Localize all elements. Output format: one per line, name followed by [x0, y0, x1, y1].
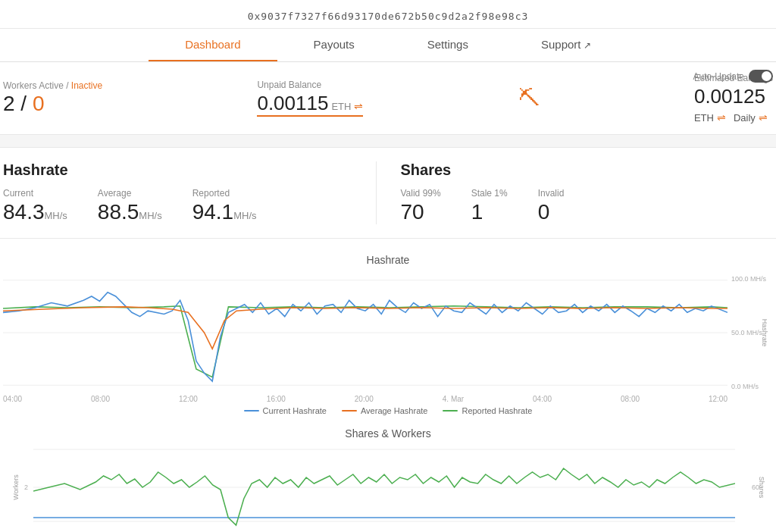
workers-inactive-count: 0	[33, 92, 45, 115]
currency-label: ETH	[694, 112, 714, 124]
x-label-6: 04:00	[533, 395, 552, 403]
shares-row: Valid 99% 70 Stale 1% 1 Invalid 0	[401, 188, 774, 224]
shares-stale-label: Stale 1%	[471, 188, 508, 199]
hashrate-reported-label: Reported	[192, 188, 257, 199]
metrics-section: Hashrate Current 84.3MH/s Average 88.5MH…	[0, 147, 776, 239]
shares-invalid-label: Invalid	[538, 188, 565, 199]
nav-settings[interactable]: Settings	[391, 29, 505, 61]
auto-update-control: Auto-Update	[693, 70, 773, 83]
x-label-5: 4. Mar	[443, 395, 464, 403]
x-label-2: 12:00	[179, 395, 198, 403]
workers-inactive-label: Inactive	[71, 80, 102, 91]
shares-invalid-value: 0	[538, 200, 565, 224]
current-legend-dot	[244, 410, 259, 412]
shares-valid-label: Valid 99%	[401, 188, 441, 199]
legend-current: Current Hashrate	[244, 406, 327, 415]
x-label-0: 04:00	[3, 395, 22, 403]
workers-separator: /	[15, 92, 33, 115]
currency-arrows-icon: ⇌	[717, 111, 726, 124]
legend-reported: Reported Hashrate	[443, 406, 532, 415]
legend-average-label: Average Hashrate	[361, 406, 427, 415]
hashrate-current-label: Current	[3, 188, 67, 199]
hashrate-reported-value: 94.1MH/s	[192, 200, 257, 224]
charts-section: Hashrate 100.0 MH/s	[0, 239, 776, 532]
hashrate-title: Hashrate	[3, 161, 376, 179]
x-label-1: 08:00	[91, 395, 110, 403]
y-axis-min: 0.0 MH/s	[731, 383, 773, 390]
unpaid-unit: ETH	[331, 101, 351, 112]
workers-y-value: 2	[24, 483, 28, 491]
auto-update-toggle[interactable]	[749, 70, 773, 83]
reported-legend-dot	[443, 410, 458, 412]
workers-active-label: Active	[39, 80, 64, 91]
header: 0x9037f7327f66d93170de672b50c9d2a2f98e98…	[0, 0, 776, 62]
workers-value: 2 / 0	[3, 92, 102, 116]
shares-y-label: Shares	[759, 477, 766, 499]
hashrate-current-value: 84.3MH/s	[3, 200, 67, 224]
hashrate-average: Average 88.5MH/s	[98, 188, 162, 224]
shares-y-value: 60	[752, 483, 759, 491]
shares-title: Shares	[401, 161, 774, 179]
shares-stale-value: 1	[471, 200, 508, 224]
legend-current-label: Current Hashrate	[263, 406, 327, 415]
estimated-controls: ETH ⇌ Daily ⇌	[694, 111, 773, 124]
legend-reported-label: Reported Hashrate	[462, 406, 532, 415]
estimated-value: 0.00125	[694, 85, 773, 108]
shares-invalid: Invalid 0	[538, 188, 565, 224]
hashrate-chart-title: Hashrate	[3, 254, 773, 266]
hashrate-average-value: 88.5MH/s	[98, 200, 162, 224]
main-nav: Dashboard Payouts Settings Support	[0, 28, 776, 61]
shares-valid-value: 70	[401, 200, 441, 224]
shares-chart-title: Shares & Workers	[3, 427, 773, 440]
eth-icon: ⇌	[354, 100, 363, 112]
legend-average: Average Hashrate	[342, 406, 427, 415]
workers-active-count: 2	[3, 92, 15, 115]
period-label: Daily	[734, 112, 756, 124]
workers-block: Workers Active / Inactive 2 / 0	[3, 80, 102, 116]
shares-svg	[33, 446, 735, 529]
hashrate-row: Current 84.3MH/s Average 88.5MH/s Report…	[3, 188, 376, 224]
x-label-3: 16:00	[267, 395, 286, 403]
shares-chart-container: Shares & Workers Workers 2 Share	[3, 427, 773, 529]
hashrate-current: Current 84.3MH/s	[3, 188, 67, 224]
x-label-8: 12:00	[709, 395, 728, 403]
nav-dashboard[interactable]: Dashboard	[149, 29, 277, 61]
currency-selector[interactable]: ETH ⇌	[694, 111, 726, 124]
x-label-4: 20:00	[355, 395, 374, 403]
hashrate-y-label: Hashrate	[762, 319, 769, 347]
y-axis-max: 100.0 MH/s	[731, 275, 773, 283]
shares-chart	[33, 446, 735, 529]
workers-label: Workers Active / Inactive	[3, 80, 102, 91]
average-legend-dot	[342, 410, 357, 412]
hashrate-legend: Current Hashrate Average Hashrate Report…	[3, 406, 773, 415]
unpaid-label: Unpaid Balance	[257, 80, 363, 90]
unpaid-amount: 0.00115	[257, 92, 328, 115]
nav-payouts[interactable]: Payouts	[277, 29, 391, 61]
period-selector[interactable]: Daily ⇌	[734, 111, 768, 124]
hashrate-svg	[3, 272, 728, 393]
metrics-grid: Hashrate Current 84.3MH/s Average 88.5MH…	[3, 161, 773, 224]
hashrate-section: Hashrate Current 84.3MH/s Average 88.5MH…	[3, 161, 376, 224]
hashrate-x-axis: 04:00 08:00 12:00 16:00 20:00 4. Mar 04:…	[3, 393, 773, 403]
shares-valid: Valid 99% 70	[401, 188, 441, 224]
nav-support[interactable]: Support	[505, 29, 627, 61]
stats-bar: Auto-Update Workers Active / Inactive 2 …	[0, 62, 776, 135]
x-label-7: 08:00	[621, 395, 640, 403]
hashrate-reported: Reported 94.1MH/s	[192, 188, 257, 224]
unpaid-value: 0.00115 ETH ⇌	[257, 92, 363, 117]
hashrate-chart	[3, 272, 728, 393]
wallet-address: 0x9037f7327f66d93170de672b50c9d2a2f98e98…	[0, 6, 776, 28]
hashrate-chart-container: Hashrate 100.0 MH/s	[3, 254, 773, 415]
shares-section: Shares Valid 99% 70 Stale 1% 1 Invalid 0	[376, 161, 774, 224]
hashrate-average-label: Average	[98, 188, 162, 199]
workers-y-label: Workers	[12, 474, 20, 499]
period-arrows-icon: ⇌	[759, 111, 768, 124]
shares-stale: Stale 1% 1	[471, 188, 508, 224]
unpaid-block: Unpaid Balance 0.00115 ETH ⇌	[257, 80, 363, 117]
miner-icon: ⛏	[518, 86, 540, 111]
auto-update-label: Auto-Update	[693, 71, 744, 82]
